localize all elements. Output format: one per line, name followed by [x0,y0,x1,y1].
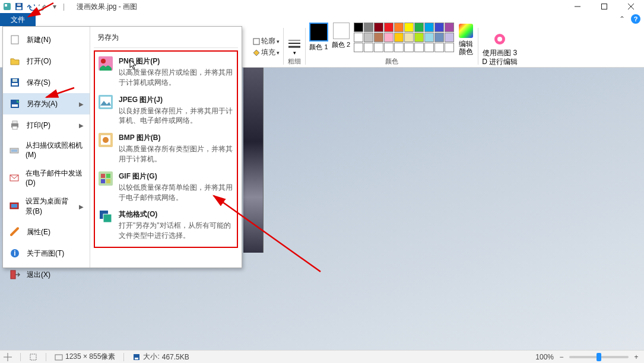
color1-button[interactable]: 颜色 1 [309,23,328,52]
palette-swatch[interactable] [445,43,454,52]
canvas-size-text: 1235 × 855像素 [65,352,115,362]
colors-group: 颜色 1 颜色 2 编辑颜色 颜色 [306,26,478,67]
menu-save-as[interactable]: 另存为(A) ▶ [3,93,90,114]
palette-swatch[interactable] [364,33,373,42]
save-as-bmp[interactable]: BMP 图片(B) 以高质量保存所有类型图片，并将其用于计算机。 [96,129,236,168]
menu-wallpaper[interactable]: 设置为桌面背景(B) ▶ [3,192,90,221]
qat-dropdown-icon[interactable]: ▾ [50,2,59,11]
status-bar: 1235 × 855像素 大小: 467.5KB 100% − + [0,350,644,363]
palette-swatch[interactable] [384,33,394,42]
file-menu-left: 新建(N) 打开(O) 保存(S) 另存为(A) ▶ 打印(P) ▶ 从扫描仪或… [3,27,90,268]
save-as-gif[interactable]: GIF 图片(G) 以较低质量保存简单绘图，并将其用于电子邮件或网络。 [96,168,236,206]
svg-rect-24 [12,126,17,129]
zoom-slider[interactable] [569,356,629,358]
palette-swatch[interactable] [374,23,383,32]
save-as-other[interactable]: 其他格式(O) 打开"另存为"对话框，从所有可能的文件类型中进行选择。 [96,206,236,244]
canvas-size-icon [55,353,63,361]
paint3d-label-1: 使用画图 3 [483,49,517,57]
thickness-group[interactable]: ▾ 粗细 [284,26,305,67]
svg-rect-55 [135,358,138,359]
palette-swatch[interactable] [364,43,373,52]
palette-swatch[interactable] [374,33,383,42]
scanner-icon [9,144,20,156]
palette-swatch[interactable] [424,33,434,42]
window-title: 漫画效果.jpg - 画图 [77,2,137,12]
palette-swatch[interactable] [404,23,414,32]
palette-swatch[interactable] [414,43,424,52]
palette-swatch[interactable] [354,23,363,32]
palette-swatch[interactable] [434,33,444,42]
palette-swatch[interactable] [374,43,383,52]
zoom-percent: 100% [535,353,554,361]
redo-icon[interactable] [38,2,47,11]
palette-swatch[interactable] [414,23,424,32]
save-icon[interactable] [14,2,24,11]
help-icon[interactable]: ? [631,14,640,24]
thickness-icon [287,38,302,50]
outline-dropdown[interactable]: 轮廓▾ [253,36,280,46]
menu-print[interactable]: 打印(P) ▶ [3,114,90,136]
palette-swatch[interactable] [434,43,444,52]
palette-swatch[interactable] [354,43,363,52]
svg-rect-23 [12,121,17,123]
jpeg-title: JPEG 图片(J) [119,95,233,105]
palette-swatch[interactable] [384,43,394,52]
exit-icon [9,269,21,281]
new-icon [9,34,21,46]
file-menu: 新建(N) 打开(O) 保存(S) 另存为(A) ▶ 打印(P) ▶ 从扫描仪或… [2,26,242,268]
palette-swatch[interactable] [445,33,454,42]
file-tab[interactable]: 文件 [0,13,36,26]
svg-rect-18 [12,83,18,85]
palette-swatch[interactable] [424,43,434,52]
collapse-ribbon-icon[interactable]: ⌃ [618,15,626,23]
menu-open[interactable]: 打开(O) [3,50,90,72]
palette-swatch[interactable] [445,23,454,32]
save-as-jpeg[interactable]: JPEG 图片(J) 以良好质量保存照片，并将其用于计算机、电子邮件或网络。 [96,91,236,130]
palette-swatch[interactable] [394,23,404,32]
palette-swatch[interactable] [404,33,414,42]
title-bar: ▾ | 漫画效果.jpg - 画图 [0,0,644,13]
other-format-icon [99,209,113,224]
zoom-out-button[interactable]: − [557,353,566,361]
palette-swatch[interactable] [384,23,394,32]
minimize-button[interactable] [564,0,591,13]
palette-swatch[interactable] [434,23,444,32]
menu-new[interactable]: 新建(N) [3,29,90,50]
svg-rect-36 [100,97,111,107]
menu-save[interactable]: 保存(S) [3,72,90,93]
bmp-desc: 以高质量保存所有类型图片，并将其用于计算机。 [119,144,233,164]
undo-icon[interactable] [26,2,36,11]
menu-scanner[interactable]: 从扫描仪或照相机(M) [3,136,90,164]
save-as-png[interactable]: PNG 图片(P) 以高质量保存照片或绘图，并将其用于计算机或网络。 [96,53,236,91]
svg-point-15 [497,37,502,42]
paint3d-group[interactable]: 使用画图 3D 进行编辑 [478,26,521,67]
svg-rect-9 [253,39,259,44]
svg-rect-42 [106,174,110,178]
fill-label: 填充 [261,47,275,58]
palette-swatch[interactable] [414,33,424,42]
edit-colors-button[interactable]: 编辑颜色 [458,23,474,56]
palette-swatch[interactable] [364,23,373,32]
other-title: 其他格式(O) [119,209,233,219]
menu-email[interactable]: 在电子邮件中发送(D) [3,164,90,192]
color2-button[interactable]: 颜色 2 [332,23,350,49]
close-button[interactable] [617,0,644,13]
bmp-title: BMP 图片(B) [119,133,233,143]
menu-about[interactable]: i 关于画图(T) [3,243,90,264]
zoom-in-button[interactable]: + [632,353,640,361]
palette-swatch[interactable] [394,33,404,42]
palette-swatch[interactable] [404,43,414,52]
fill-dropdown[interactable]: 填充▾ [253,47,280,58]
menu-exit[interactable]: 退出(X) [3,264,90,285]
svg-rect-52 [30,354,36,360]
ribbon-right-controls: ⌃ ? [618,14,640,24]
maximize-button[interactable] [591,0,617,13]
palette-swatch[interactable] [394,43,404,52]
palette-swatch[interactable] [354,33,363,42]
gif-title: GIF 图片(G) [119,171,233,182]
color-palette[interactable] [354,23,454,52]
canvas-size: 1235 × 855像素 [55,352,115,362]
file-tab-label: 文件 [11,15,25,25]
menu-properties[interactable]: 属性(E) [3,221,90,243]
palette-swatch[interactable] [424,23,434,32]
